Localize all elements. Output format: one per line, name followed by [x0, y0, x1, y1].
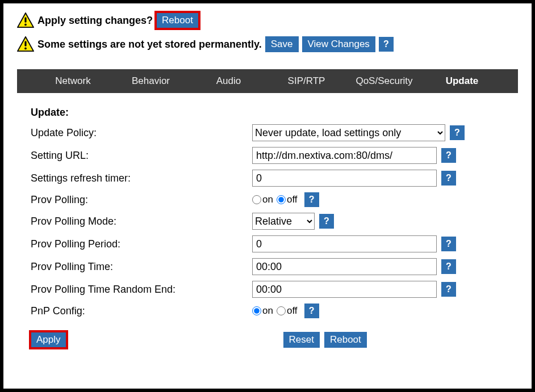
prov-polling-off-radio[interactable]	[277, 195, 286, 204]
setting-url-input[interactable]	[252, 147, 437, 164]
row-prov-polling-period: Prov Polling Period: ?	[31, 235, 512, 252]
prov-polling-time-random-end-input[interactable]	[252, 281, 437, 298]
help-icon[interactable]: ?	[441, 237, 456, 251]
label-prov-polling-time: Prov Polling Time:	[31, 261, 252, 273]
help-icon[interactable]: ?	[319, 214, 334, 229]
help-icon[interactable]: ?	[304, 304, 319, 318]
form-content: Update: Update Policy: Never update, loa…	[17, 93, 518, 348]
label-pnp-config: PnP Config:	[31, 305, 252, 317]
prov-polling-radio-group: on off	[252, 194, 300, 205]
help-icon[interactable]: ?	[441, 259, 456, 274]
row-pnp-config: PnP Config: on off ?	[31, 304, 512, 318]
prov-polling-time-input[interactable]	[252, 258, 437, 275]
help-icon[interactable]: ?	[441, 148, 456, 163]
help-icon[interactable]: ?	[441, 282, 456, 297]
svg-point-5	[24, 48, 27, 50]
pnp-config-radio-group: on off	[252, 305, 300, 317]
tab-network[interactable]: Network	[34, 75, 112, 87]
tab-update[interactable]: Update	[423, 75, 501, 87]
row-prov-polling: Prov Polling: on off ?	[31, 192, 512, 207]
alert-apply-changes: Apply setting changes? Reboot	[17, 12, 518, 28]
pnp-config-on-radio[interactable]	[252, 306, 261, 315]
refresh-timer-input[interactable]	[252, 170, 437, 187]
prov-polling-period-input[interactable]	[252, 235, 437, 252]
view-changes-button[interactable]: View Changes	[302, 36, 375, 52]
row-setting-url: Setting URL: ?	[31, 147, 512, 164]
pnp-config-off-radio[interactable]	[277, 306, 286, 315]
row-refresh-timer: Settings refresh timer: ?	[31, 170, 512, 187]
help-icon[interactable]: ?	[441, 171, 456, 186]
row-update-policy: Update Policy: Never update, load settin…	[31, 124, 512, 141]
radio-label-on: on	[262, 194, 273, 205]
tab-audio[interactable]: Audio	[190, 75, 268, 87]
label-prov-polling-mode: Prov Polling Mode:	[31, 216, 252, 227]
help-icon[interactable]: ?	[450, 125, 465, 140]
tab-behavior[interactable]: Behavior	[112, 75, 190, 87]
svg-point-2	[24, 24, 27, 26]
label-refresh-timer: Settings refresh timer:	[31, 172, 252, 184]
alert-text: Some settings are not yet stored permane…	[37, 39, 262, 50]
label-prov-polling-time-random-end: Prov Polling Time Random End:	[31, 284, 252, 296]
prov-polling-on-radio[interactable]	[252, 195, 261, 204]
alert-text: Apply setting changes?	[37, 15, 153, 27]
reboot-button-bottom[interactable]: Reboot	[324, 332, 367, 348]
update-policy-select[interactable]: Never update, load settings only	[252, 124, 445, 141]
reset-button[interactable]: Reset	[283, 332, 320, 348]
label-prov-polling: Prov Polling:	[31, 194, 252, 206]
apply-button[interactable]: Apply	[31, 332, 66, 348]
section-title: Update:	[31, 107, 512, 119]
label-update-policy: Update Policy:	[31, 127, 252, 139]
label-prov-polling-period: Prov Polling Period:	[31, 238, 252, 250]
radio-label-off: off	[287, 194, 298, 205]
warning-icon	[17, 36, 34, 52]
help-icon[interactable]: ?	[304, 192, 319, 207]
svg-rect-1	[24, 17, 26, 22]
bottom-actions: Apply Reset Reboot	[31, 332, 512, 348]
tab-sip-rtp[interactable]: SIP/RTP	[268, 75, 345, 87]
tab-bar: Network Behavior Audio SIP/RTP QoS/Secur…	[17, 69, 518, 93]
prov-polling-mode-select[interactable]: Relative	[252, 213, 315, 230]
radio-label-on: on	[262, 305, 273, 317]
tab-qos-security[interactable]: QoS/Security	[345, 75, 423, 87]
row-prov-polling-time-random-end: Prov Polling Time Random End: ?	[31, 281, 512, 298]
page-container: Apply setting changes? Reboot Some setti…	[3, 3, 532, 389]
warning-icon	[17, 12, 34, 28]
save-button[interactable]: Save	[265, 36, 299, 52]
help-icon[interactable]: ?	[379, 37, 394, 52]
svg-rect-4	[24, 41, 26, 46]
radio-label-off: off	[287, 305, 298, 317]
alert-not-stored: Some settings are not yet stored permane…	[17, 36, 518, 52]
row-prov-polling-time: Prov Polling Time: ?	[31, 258, 512, 275]
row-prov-polling-mode: Prov Polling Mode: Relative ?	[31, 213, 512, 230]
reboot-button[interactable]: Reboot	[156, 12, 199, 28]
label-setting-url: Setting URL:	[31, 150, 252, 162]
